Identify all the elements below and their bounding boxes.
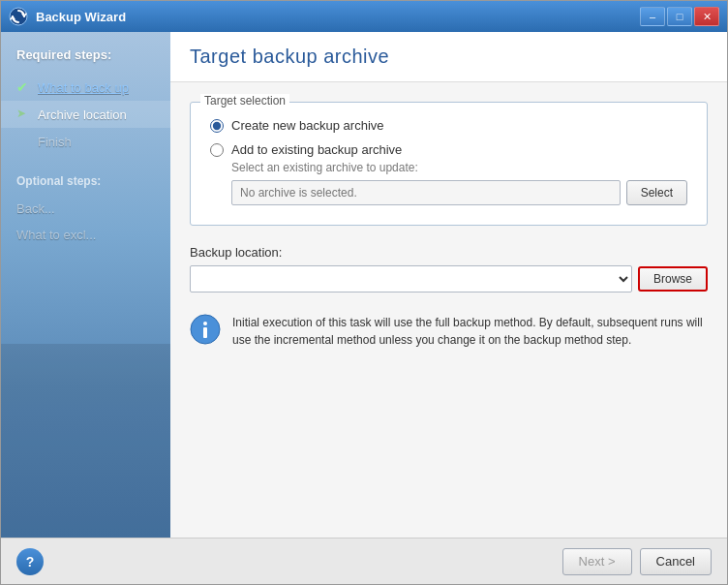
archive-input-row: Select (231, 180, 687, 205)
check-icon: ✔ (16, 79, 32, 95)
sidebar-item-label-finish: Finish (38, 135, 72, 149)
maximize-button[interactable]: □ (667, 7, 692, 26)
add-existing-label: Add to existing backup archive (231, 142, 402, 157)
title-bar: Backup Wizard – □ ✕ (1, 1, 727, 32)
svg-rect-3 (203, 327, 207, 338)
backup-location-row: Browse (190, 265, 708, 292)
required-steps-title: Required steps: (1, 47, 170, 74)
window-controls: – □ ✕ (640, 7, 719, 26)
svg-point-2 (203, 322, 207, 325)
close-button[interactable]: ✕ (694, 7, 719, 26)
backup-location-label: Backup location: (190, 245, 708, 260)
next-button[interactable]: Next > (562, 548, 632, 575)
bottom-left: ? (16, 548, 44, 575)
create-new-label: Create new backup archive (231, 118, 384, 133)
archive-path-input[interactable] (231, 180, 621, 205)
optional-section: Optional steps: Back... What to excl... (1, 174, 170, 248)
browse-button[interactable]: Browse (638, 266, 708, 292)
create-new-radio[interactable] (210, 119, 224, 133)
cancel-button[interactable]: Cancel (640, 548, 712, 575)
main-body: Target selection Create new backup archi… (170, 82, 727, 538)
sidebar-item-finish[interactable]: ✔ Finish (1, 128, 170, 155)
sidebar-item-backup-scheme[interactable]: Back... (1, 196, 170, 222)
arrow-icon: ➤ (16, 107, 32, 122)
help-button[interactable]: ? (16, 548, 44, 575)
app-window: Backup Wizard – □ ✕ Required steps: ✔ Wh… (0, 0, 728, 585)
create-new-option[interactable]: Create new backup archive (210, 118, 687, 133)
app-icon (9, 7, 28, 26)
placeholder-icon: ✔ (16, 134, 32, 149)
sidebar-item-label-backup-scheme: Back... (16, 201, 55, 216)
main-header: Target backup archive (170, 32, 727, 82)
page-title: Target backup archive (190, 46, 708, 68)
sub-section-label: Select an existing archive to update: (231, 161, 687, 174)
target-selection-group: Target selection Create new backup archi… (190, 102, 708, 226)
backup-location-section: Backup location: Browse (190, 245, 708, 292)
bottom-bar: ? Next > Cancel (1, 538, 727, 584)
sidebar: Required steps: ✔ What to back up ➤ Arch… (1, 32, 170, 538)
main-panel: Target backup archive Target selection C… (170, 32, 727, 538)
sidebar-item-label-what-to-back-up: What to back up (38, 80, 129, 95)
sidebar-item-label-archive-location: Archive location (38, 108, 127, 122)
sidebar-item-archive-location[interactable]: ➤ Archive location (1, 101, 170, 128)
add-existing-option[interactable]: Add to existing backup archive (210, 142, 687, 157)
minimize-button[interactable]: – (640, 7, 665, 26)
select-button[interactable]: Select (626, 180, 687, 205)
backup-location-dropdown[interactable] (190, 265, 632, 292)
info-icon (190, 314, 221, 345)
target-selection-legend: Target selection (200, 94, 289, 108)
window-title: Backup Wizard (36, 10, 640, 24)
add-existing-radio[interactable] (210, 143, 224, 157)
sidebar-item-what-to-back-up[interactable]: ✔ What to back up (1, 74, 170, 101)
sidebar-item-what-to-excl[interactable]: What to excl... (1, 222, 170, 248)
sidebar-item-label-what-to-excl: What to excl... (16, 228, 96, 242)
info-message-text: Initial execution of this task will use … (232, 314, 708, 349)
content-area: Required steps: ✔ What to back up ➤ Arch… (1, 32, 727, 538)
radio-group: Create new backup archive Add to existin… (210, 118, 687, 157)
info-box: Initial execution of this task will use … (190, 302, 708, 360)
bottom-right: Next > Cancel (562, 548, 712, 575)
existing-archive-section: Select an existing archive to update: Se… (231, 161, 687, 205)
optional-steps-title: Optional steps: (1, 174, 170, 196)
